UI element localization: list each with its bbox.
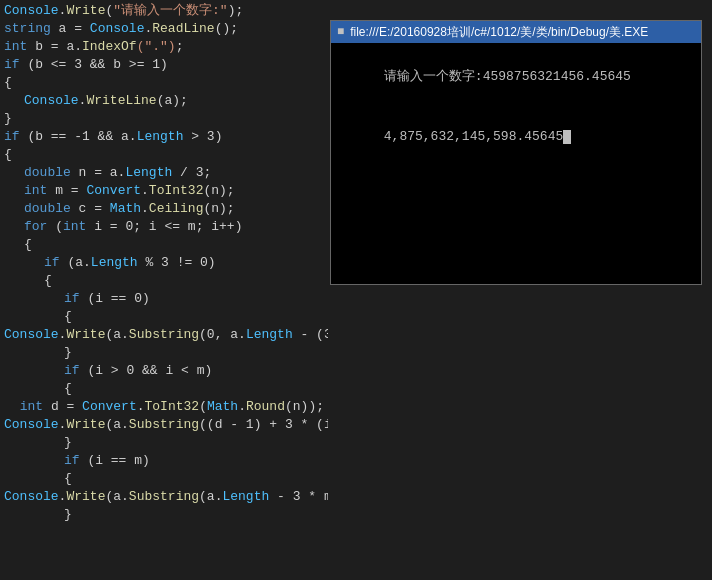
code-token: Round bbox=[246, 398, 285, 416]
code-token: % 3 != 0) bbox=[138, 254, 216, 272]
code-line: if (b == -1 && a.Length > 3) bbox=[0, 128, 328, 146]
code-token: } bbox=[64, 344, 72, 362]
code-token: (b <= 3 && b >= 1) bbox=[20, 56, 168, 74]
code-line: } bbox=[0, 110, 328, 128]
code-token: IndexOf bbox=[82, 38, 137, 56]
code-token: int bbox=[20, 398, 43, 416]
code-line: if (i > 0 && i < m) bbox=[0, 362, 328, 380]
code-token: m = bbox=[47, 182, 86, 200]
code-token: Console bbox=[4, 2, 59, 20]
code-token: { bbox=[64, 380, 72, 398]
code-token: . bbox=[137, 398, 145, 416]
code-token: { bbox=[64, 308, 72, 326]
code-token: Write bbox=[66, 416, 105, 434]
code-token: int bbox=[4, 38, 27, 56]
code-token: Ceiling bbox=[149, 200, 204, 218]
code-token: . bbox=[79, 92, 87, 110]
code-line: { bbox=[0, 74, 328, 92]
code-token: } bbox=[64, 434, 72, 452]
code-token: Write bbox=[66, 488, 105, 506]
code-token: (0, a. bbox=[199, 326, 246, 344]
console-output: 4,875,632,145,598.45645 bbox=[384, 129, 563, 144]
console-body: 请输入一个数字:4598756321456.45645 4,875,632,14… bbox=[331, 43, 701, 284]
code-line: if (i == 0) bbox=[0, 290, 328, 308]
code-token: n = a. bbox=[71, 164, 126, 182]
code-token: (a. bbox=[105, 326, 128, 344]
code-token: Console bbox=[4, 488, 59, 506]
code-token: Write bbox=[66, 326, 105, 344]
code-token: (a. bbox=[105, 488, 128, 506]
console-prompt-line: 请输入一个数字:4598756321456.45645 bbox=[337, 47, 695, 107]
code-line: } bbox=[0, 506, 328, 524]
code-token: c = bbox=[71, 200, 110, 218]
code-token: if bbox=[4, 56, 20, 74]
code-line: Console.Write(a.Substring((d - 1) + 3 * … bbox=[0, 416, 328, 434]
console-output-line: 4,875,632,145,598.45645 bbox=[337, 107, 695, 167]
code-token: ( bbox=[105, 2, 113, 20]
code-token: { bbox=[44, 272, 52, 290]
code-line: { bbox=[0, 380, 328, 398]
code-token: if bbox=[4, 128, 20, 146]
code-line: Console.Write(a.Substring(a.Length - 3 *… bbox=[0, 488, 328, 506]
code-line: double c = Math.Ceiling(n); bbox=[0, 200, 328, 218]
code-token: double bbox=[24, 200, 71, 218]
code-token: (i > 0 && i < m) bbox=[80, 362, 213, 380]
code-line: int b = a.IndexOf("."); bbox=[0, 38, 328, 56]
code-token: Substring bbox=[129, 488, 199, 506]
code-token: int bbox=[24, 182, 47, 200]
code-token: (a); bbox=[157, 92, 188, 110]
code-token: Math bbox=[207, 398, 238, 416]
code-line: Console.Write("请输入一个数字:"); bbox=[0, 2, 328, 20]
code-line: if (b <= 3 && b >= 1) bbox=[0, 56, 328, 74]
code-token: if bbox=[44, 254, 60, 272]
code-token: - 3 * m, 3)); bbox=[269, 488, 328, 506]
code-token: { bbox=[4, 74, 12, 92]
code-token: (a. bbox=[105, 416, 128, 434]
code-line: string a = Console.ReadLine(); bbox=[0, 20, 328, 38]
code-token: ; bbox=[176, 38, 184, 56]
code-line: { bbox=[0, 272, 328, 290]
code-token: Console bbox=[24, 92, 79, 110]
code-token: ( bbox=[47, 218, 63, 236]
code-token: a = bbox=[51, 20, 90, 38]
console-prompt: 请输入一个数字: bbox=[384, 69, 483, 84]
code-token: if bbox=[64, 452, 80, 470]
code-token: double bbox=[24, 164, 71, 182]
code-token: Console bbox=[4, 326, 59, 344]
code-token: (".") bbox=[137, 38, 176, 56]
code-line: { bbox=[0, 236, 328, 254]
code-line: Console.WriteLine(a); bbox=[0, 92, 328, 110]
code-token: { bbox=[64, 470, 72, 488]
code-token: (i == m) bbox=[80, 452, 150, 470]
console-window: ■ file:///E:/20160928培训/c#/1012/美/类/bin/… bbox=[330, 20, 702, 285]
code-token: . bbox=[141, 182, 149, 200]
code-token: . bbox=[59, 326, 67, 344]
cursor-blink bbox=[563, 130, 571, 144]
code-token: } bbox=[64, 506, 72, 524]
code-token: ( bbox=[199, 398, 207, 416]
code-token: } bbox=[4, 110, 12, 128]
code-token: d = bbox=[43, 398, 82, 416]
code-token: ToInt32 bbox=[149, 182, 204, 200]
code-token: Length bbox=[125, 164, 172, 182]
code-token: (n); bbox=[203, 200, 234, 218]
code-line: int m = Convert.ToInt32(n); bbox=[0, 182, 328, 200]
code-token: Substring bbox=[129, 326, 199, 344]
code-token: i = 0; i <= m; i++) bbox=[86, 218, 242, 236]
code-token: Convert bbox=[86, 182, 141, 200]
code-token: - (3 * (m - i))) + ","); bbox=[293, 326, 328, 344]
code-editor: Console.Write("请输入一个数字:");string a = Con… bbox=[0, 0, 328, 580]
code-line: { bbox=[0, 470, 328, 488]
code-token: int bbox=[63, 218, 86, 236]
code-token: . bbox=[144, 20, 152, 38]
code-token: Length bbox=[91, 254, 138, 272]
code-token: { bbox=[24, 236, 32, 254]
code-token: Console bbox=[90, 20, 145, 38]
code-line: { bbox=[0, 308, 328, 326]
console-titlebar: ■ file:///E:/20160928培训/c#/1012/美/类/bin/… bbox=[331, 21, 701, 43]
code-line: if (a.Length % 3 != 0) bbox=[0, 254, 328, 272]
console-title-text: file:///E:/20160928培训/c#/1012/美/类/bin/De… bbox=[350, 24, 648, 41]
code-line: if (i == m) bbox=[0, 452, 328, 470]
console-title-icon: ■ bbox=[337, 25, 344, 39]
code-token: Length bbox=[137, 128, 184, 146]
